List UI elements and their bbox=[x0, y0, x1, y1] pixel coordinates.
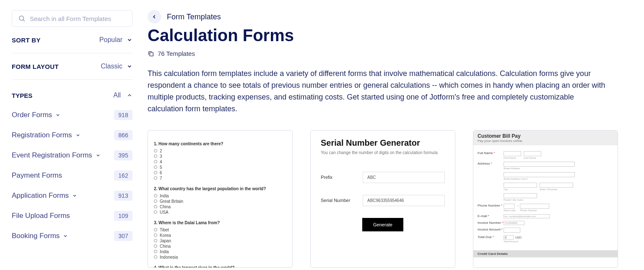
bill-title: Customer Bill Pay bbox=[478, 133, 613, 139]
bill-street-hint: Street Address bbox=[504, 167, 613, 170]
bill-invoicenum-placeholder: INV###### bbox=[504, 221, 525, 225]
quiz-q2: 2. What country has the largest populati… bbox=[154, 186, 286, 191]
template-card-quiz[interactable]: 1. How many continents are there? 234567… bbox=[148, 130, 293, 268]
type-name: Order Forms bbox=[12, 111, 60, 119]
radio-icon bbox=[154, 165, 157, 169]
quiz-option: 6 bbox=[154, 170, 286, 175]
quiz-option: India bbox=[154, 194, 286, 198]
type-count: 162 bbox=[114, 170, 132, 181]
quiz-option: 4 bbox=[154, 160, 286, 164]
radio-icon bbox=[154, 194, 157, 197]
search-input-wrap[interactable] bbox=[12, 10, 132, 27]
templates-icon bbox=[148, 50, 154, 57]
chevron-down-icon bbox=[55, 113, 60, 118]
type-count: 918 bbox=[114, 110, 132, 120]
chevron-down-icon bbox=[75, 133, 80, 138]
type-name: Payment Forms bbox=[12, 171, 62, 180]
serial-number-value: ABC963355954646 bbox=[363, 195, 445, 206]
type-name: Event Registration Forms bbox=[12, 151, 101, 160]
quiz-option: 3 bbox=[154, 154, 286, 159]
sidebar-type-item[interactable]: Booking Forms307 bbox=[12, 226, 132, 246]
chevron-left-icon bbox=[151, 14, 157, 20]
serial-subtitle: You can change the number of digits on t… bbox=[321, 150, 445, 155]
quiz-option: Japan bbox=[154, 239, 286, 243]
chevron-down-icon bbox=[63, 233, 68, 239]
sidebar-type-item[interactable]: Registration Forms866 bbox=[12, 125, 132, 145]
chevron-down-icon bbox=[72, 193, 77, 198]
type-count: 913 bbox=[114, 191, 132, 201]
form-layout-selector[interactable]: FORM LAYOUT Classic bbox=[12, 53, 132, 80]
radio-icon bbox=[154, 255, 157, 259]
type-count: 109 bbox=[114, 211, 132, 221]
quiz-option: Tibet bbox=[154, 228, 286, 232]
radio-icon bbox=[154, 205, 157, 208]
description: This calculation form templates include … bbox=[148, 68, 609, 115]
chevron-down-icon bbox=[127, 63, 132, 69]
bill-currency: USD bbox=[515, 236, 522, 239]
template-card-bill-pay[interactable]: Customer Bill Pay Pay your open invoices… bbox=[473, 130, 618, 268]
radio-icon bbox=[154, 228, 157, 231]
back-button[interactable] bbox=[148, 10, 161, 24]
type-name: Application Forms bbox=[12, 191, 77, 200]
type-name: File Upload Forms bbox=[12, 212, 70, 220]
quiz-option: Indonesia bbox=[154, 255, 286, 260]
svg-rect-2 bbox=[150, 52, 153, 56]
form-layout-label: FORM LAYOUT bbox=[12, 63, 59, 70]
radio-icon bbox=[154, 176, 157, 180]
bill-email-placeholder: ex: myname@example.com bbox=[504, 214, 550, 218]
quiz-option: 2 bbox=[154, 149, 286, 153]
bill-cc-section: Credit Card Details bbox=[473, 250, 618, 257]
radio-icon bbox=[154, 233, 157, 237]
bill-subtitle: Pay your open invoices online. bbox=[478, 139, 613, 143]
page-title: Calculation Forms bbox=[148, 26, 632, 45]
sort-by-selector[interactable]: SORT BY Popular bbox=[12, 27, 132, 53]
quiz-option: China bbox=[154, 244, 286, 249]
bill-city-hint: City bbox=[504, 188, 537, 191]
radio-icon bbox=[154, 239, 157, 242]
search-icon bbox=[18, 15, 26, 22]
generate-button: Generate bbox=[362, 218, 403, 231]
quiz-option: 5 bbox=[154, 165, 286, 170]
bill-total-value: 0 bbox=[504, 235, 514, 240]
bill-address-label: Address bbox=[478, 162, 490, 165]
sidebar-type-item[interactable]: Order Forms918 bbox=[12, 105, 132, 125]
type-name: Registration Forms bbox=[12, 131, 80, 139]
type-count: 307 bbox=[114, 231, 132, 241]
radio-icon bbox=[154, 171, 157, 174]
sidebar-type-item[interactable]: Payment Forms162 bbox=[12, 165, 132, 186]
sort-by-value: Popular bbox=[99, 36, 122, 44]
search-input[interactable] bbox=[30, 15, 126, 22]
radio-icon bbox=[154, 149, 157, 152]
breadcrumb[interactable]: Form Templates bbox=[167, 13, 221, 21]
chevron-down-icon bbox=[96, 153, 101, 158]
chevron-down-icon bbox=[127, 37, 132, 43]
bill-email-label: E-mail bbox=[478, 214, 487, 218]
template-card-serial[interactable]: Serial Number Generator You can change t… bbox=[310, 130, 455, 268]
sort-by-label: SORT BY bbox=[12, 37, 41, 44]
bill-lastname-hint: Last Name bbox=[524, 157, 541, 159]
quiz-option: China bbox=[154, 204, 286, 209]
quiz-option: Great Britain bbox=[154, 199, 286, 204]
types-label: TYPES bbox=[12, 92, 32, 99]
template-count: 76 Templates bbox=[158, 50, 195, 57]
quiz-q4: 4. What is the longest river in the worl… bbox=[154, 265, 286, 268]
sidebar-type-item[interactable]: Application Forms913 bbox=[12, 186, 132, 206]
prefix-value: ABC bbox=[363, 172, 445, 183]
radio-icon bbox=[154, 160, 157, 163]
sidebar-type-item[interactable]: File Upload Forms109 bbox=[12, 206, 132, 226]
bill-postal-hint: Postal / Zip Code bbox=[504, 199, 613, 201]
types-header[interactable]: TYPES All bbox=[12, 80, 132, 105]
radio-icon bbox=[154, 250, 157, 253]
bill-phonenum-hint: Phone Number bbox=[520, 209, 549, 212]
quiz-option: Korea bbox=[154, 233, 286, 238]
bill-total-hint: Total Amount bbox=[504, 240, 522, 243]
bill-totaldue-label: Total Due bbox=[478, 235, 492, 239]
bill-phone-label: Phone Number bbox=[478, 204, 500, 207]
types-value: All bbox=[113, 92, 121, 99]
sidebar-type-item[interactable]: Event Registration Forms395 bbox=[12, 145, 132, 165]
prefix-label: Prefix bbox=[321, 175, 363, 180]
bill-areacode-hint: Area Code bbox=[504, 209, 516, 212]
radio-icon bbox=[154, 199, 157, 203]
type-count: 866 bbox=[114, 130, 132, 140]
quiz-q1: 1. How many continents are there? bbox=[154, 142, 286, 146]
